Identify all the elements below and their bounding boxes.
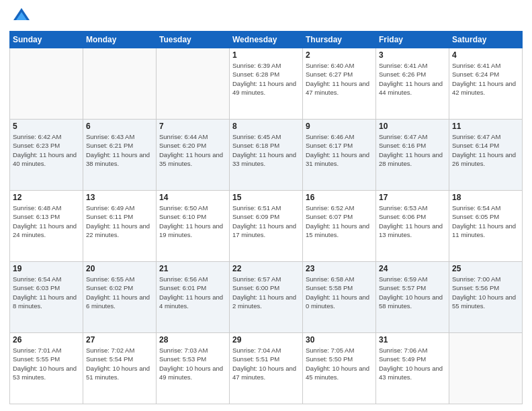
day-number: 10 <box>379 122 446 131</box>
col-header-sunday: Sunday <box>10 32 83 48</box>
day-info: Sunrise: 6:42 AM Sunset: 6:23 PM Dayligh… <box>13 132 80 168</box>
header <box>9 7 523 26</box>
day-number: 16 <box>306 193 373 202</box>
calendar-cell: 28Sunrise: 7:03 AM Sunset: 5:53 PM Dayli… <box>157 333 230 404</box>
calendar-cell: 9Sunrise: 6:46 AM Sunset: 6:17 PM Daylig… <box>303 120 376 191</box>
calendar-cell: 22Sunrise: 6:57 AM Sunset: 6:00 PM Dayli… <box>230 262 303 333</box>
day-info: Sunrise: 7:06 AM Sunset: 5:49 PM Dayligh… <box>379 346 446 381</box>
day-number: 27 <box>86 335 153 345</box>
day-number: 25 <box>452 264 519 273</box>
calendar-cell: 2Sunrise: 6:40 AM Sunset: 6:27 PM Daylig… <box>303 48 376 120</box>
col-header-saturday: Saturday <box>449 32 523 48</box>
day-info: Sunrise: 7:00 AM Sunset: 5:56 PM Dayligh… <box>452 275 519 310</box>
day-number: 3 <box>379 50 446 60</box>
day-info: Sunrise: 7:03 AM Sunset: 5:53 PM Dayligh… <box>159 346 226 381</box>
calendar-week-row: 1Sunrise: 6:39 AM Sunset: 6:28 PM Daylig… <box>10 48 523 120</box>
day-info: Sunrise: 6:48 AM Sunset: 6:13 PM Dayligh… <box>13 203 80 239</box>
calendar-cell: 18Sunrise: 6:54 AM Sunset: 6:05 PM Dayli… <box>449 191 523 262</box>
calendar-cell: 7Sunrise: 6:44 AM Sunset: 6:20 PM Daylig… <box>157 120 230 191</box>
calendar-cell: 24Sunrise: 6:59 AM Sunset: 5:57 PM Dayli… <box>376 262 449 333</box>
day-info: Sunrise: 6:40 AM Sunset: 6:27 PM Dayligh… <box>306 61 373 97</box>
day-number: 24 <box>379 264 446 273</box>
day-info: Sunrise: 6:41 AM Sunset: 6:26 PM Dayligh… <box>379 61 446 97</box>
day-number: 5 <box>13 122 80 131</box>
day-number: 18 <box>452 193 519 202</box>
day-info: Sunrise: 6:39 AM Sunset: 6:28 PM Dayligh… <box>232 61 300 97</box>
calendar-cell <box>157 48 230 120</box>
page: SundayMondayTuesdayWednesdayThursdayFrid… <box>0 0 532 411</box>
day-number: 15 <box>232 193 300 202</box>
calendar-cell <box>83 48 157 120</box>
day-info: Sunrise: 7:02 AM Sunset: 5:54 PM Dayligh… <box>86 346 153 381</box>
calendar-week-row: 26Sunrise: 7:01 AM Sunset: 5:55 PM Dayli… <box>10 333 523 404</box>
day-number: 31 <box>379 335 446 345</box>
calendar-cell <box>10 48 83 120</box>
day-info: Sunrise: 6:46 AM Sunset: 6:17 PM Dayligh… <box>306 132 373 168</box>
day-number: 2 <box>306 50 373 60</box>
calendar-cell: 13Sunrise: 6:49 AM Sunset: 6:11 PM Dayli… <box>83 191 157 262</box>
day-number: 8 <box>232 122 300 131</box>
day-number: 4 <box>452 50 519 60</box>
col-header-wednesday: Wednesday <box>230 32 303 48</box>
day-number: 20 <box>86 264 153 273</box>
day-number: 11 <box>452 122 519 131</box>
day-info: Sunrise: 6:50 AM Sunset: 6:10 PM Dayligh… <box>159 203 226 239</box>
day-info: Sunrise: 6:51 AM Sunset: 6:09 PM Dayligh… <box>232 203 300 239</box>
calendar-cell: 6Sunrise: 6:43 AM Sunset: 6:21 PM Daylig… <box>83 120 157 191</box>
day-info: Sunrise: 6:45 AM Sunset: 6:18 PM Dayligh… <box>232 132 300 168</box>
day-info: Sunrise: 6:54 AM Sunset: 6:05 PM Dayligh… <box>452 203 519 239</box>
day-info: Sunrise: 6:47 AM Sunset: 6:14 PM Dayligh… <box>452 132 519 168</box>
day-number: 14 <box>159 193 226 202</box>
col-header-friday: Friday <box>376 32 449 48</box>
calendar-cell: 29Sunrise: 7:04 AM Sunset: 5:51 PM Dayli… <box>230 333 303 404</box>
day-info: Sunrise: 6:49 AM Sunset: 6:11 PM Dayligh… <box>86 203 153 239</box>
day-number: 22 <box>232 264 300 273</box>
calendar-cell: 10Sunrise: 6:47 AM Sunset: 6:16 PM Dayli… <box>376 120 449 191</box>
calendar-cell: 3Sunrise: 6:41 AM Sunset: 6:26 PM Daylig… <box>376 48 449 120</box>
calendar-cell: 16Sunrise: 6:52 AM Sunset: 6:07 PM Dayli… <box>303 191 376 262</box>
calendar-cell: 30Sunrise: 7:05 AM Sunset: 5:50 PM Dayli… <box>303 333 376 404</box>
calendar-week-row: 5Sunrise: 6:42 AM Sunset: 6:23 PM Daylig… <box>10 120 523 191</box>
day-number: 12 <box>13 193 80 202</box>
day-info: Sunrise: 6:58 AM Sunset: 5:58 PM Dayligh… <box>306 275 373 310</box>
calendar-cell: 23Sunrise: 6:58 AM Sunset: 5:58 PM Dayli… <box>303 262 376 333</box>
day-number: 23 <box>306 264 373 273</box>
calendar-cell: 5Sunrise: 6:42 AM Sunset: 6:23 PM Daylig… <box>10 120 83 191</box>
day-number: 6 <box>86 122 153 131</box>
day-number: 19 <box>13 264 80 273</box>
logo <box>9 7 31 26</box>
day-info: Sunrise: 6:54 AM Sunset: 6:03 PM Dayligh… <box>13 275 80 310</box>
calendar-cell: 31Sunrise: 7:06 AM Sunset: 5:49 PM Dayli… <box>376 333 449 404</box>
day-number: 13 <box>86 193 153 202</box>
calendar-table: SundayMondayTuesdayWednesdayThursdayFrid… <box>9 31 523 404</box>
calendar-cell: 21Sunrise: 6:56 AM Sunset: 6:01 PM Dayli… <box>157 262 230 333</box>
calendar-cell: 12Sunrise: 6:48 AM Sunset: 6:13 PM Dayli… <box>10 191 83 262</box>
day-number: 17 <box>379 193 446 202</box>
day-info: Sunrise: 6:43 AM Sunset: 6:21 PM Dayligh… <box>86 132 153 168</box>
day-info: Sunrise: 6:55 AM Sunset: 6:02 PM Dayligh… <box>86 275 153 310</box>
day-info: Sunrise: 7:05 AM Sunset: 5:50 PM Dayligh… <box>306 346 373 381</box>
calendar-cell: 4Sunrise: 6:41 AM Sunset: 6:24 PM Daylig… <box>449 48 523 120</box>
day-info: Sunrise: 6:59 AM Sunset: 5:57 PM Dayligh… <box>379 275 446 310</box>
calendar-header-row: SundayMondayTuesdayWednesdayThursdayFrid… <box>10 32 523 48</box>
day-number: 30 <box>306 335 373 345</box>
calendar-cell: 19Sunrise: 6:54 AM Sunset: 6:03 PM Dayli… <box>10 262 83 333</box>
day-info: Sunrise: 6:56 AM Sunset: 6:01 PM Dayligh… <box>159 275 226 310</box>
day-info: Sunrise: 7:04 AM Sunset: 5:51 PM Dayligh… <box>232 346 300 381</box>
day-info: Sunrise: 6:47 AM Sunset: 6:16 PM Dayligh… <box>379 132 446 168</box>
calendar-cell <box>449 333 523 404</box>
col-header-monday: Monday <box>83 32 157 48</box>
day-info: Sunrise: 6:41 AM Sunset: 6:24 PM Dayligh… <box>452 61 519 97</box>
day-info: Sunrise: 6:52 AM Sunset: 6:07 PM Dayligh… <box>306 203 373 239</box>
day-number: 21 <box>159 264 226 273</box>
calendar-cell: 17Sunrise: 6:53 AM Sunset: 6:06 PM Dayli… <box>376 191 449 262</box>
col-header-tuesday: Tuesday <box>157 32 230 48</box>
day-number: 29 <box>232 335 300 345</box>
calendar-cell: 15Sunrise: 6:51 AM Sunset: 6:09 PM Dayli… <box>230 191 303 262</box>
calendar-week-row: 19Sunrise: 6:54 AM Sunset: 6:03 PM Dayli… <box>10 262 523 333</box>
calendar-cell: 26Sunrise: 7:01 AM Sunset: 5:55 PM Dayli… <box>10 333 83 404</box>
calendar-cell: 11Sunrise: 6:47 AM Sunset: 6:14 PM Dayli… <box>449 120 523 191</box>
col-header-thursday: Thursday <box>303 32 376 48</box>
calendar-cell: 27Sunrise: 7:02 AM Sunset: 5:54 PM Dayli… <box>83 333 157 404</box>
day-info: Sunrise: 6:57 AM Sunset: 6:00 PM Dayligh… <box>232 275 300 310</box>
